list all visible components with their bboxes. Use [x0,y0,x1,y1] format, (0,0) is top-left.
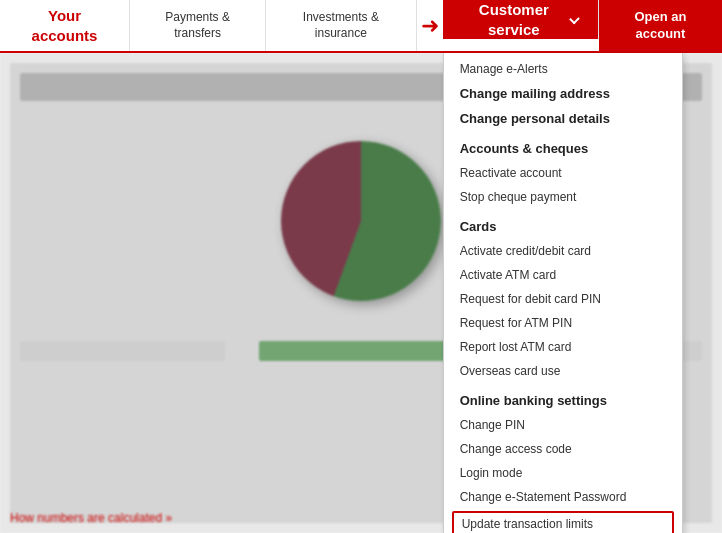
dropdown-item-login-mode[interactable]: Login mode [444,461,682,485]
dropdown-item-request-debit-pin[interactable]: Request for debit card PIN [444,287,682,311]
customer-service-arrow: ➜ [417,0,443,51]
dropdown-item-overseas-card[interactable]: Overseas card use [444,359,682,383]
dropdown-header-online-banking: Online banking settings [444,383,682,413]
stat-block-1 [20,341,225,361]
dropdown-item-activate-atm[interactable]: Activate ATM card [444,263,682,287]
dropdown-item-stop-cheque[interactable]: Stop cheque payment [444,185,682,209]
dropdown-header-cards: Cards [444,209,682,239]
dropdown-item-change-estatement[interactable]: Change e-Statement Password [444,485,682,509]
nav-payments-transfers[interactable]: Payments & transfers [130,0,266,51]
dropdown-item-report-lost-atm[interactable]: Report lost ATM card [444,335,682,359]
nav-customer-service[interactable]: Customer service [443,0,599,39]
customer-service-wrapper: Customer service Manage e-Alerts Change … [443,0,599,51]
dropdown-item-activate-credit[interactable]: Activate credit/debit card [444,239,682,263]
nav-open-account[interactable]: Open an account [599,0,722,51]
dropdown-item-manage-ealerts[interactable]: Manage e-Alerts [444,57,682,81]
chevron-down-icon [569,13,580,24]
dropdown-item-reactivate[interactable]: Reactivate account [444,161,682,185]
customer-service-dropdown: Manage e-Alerts Change mailing address C… [443,53,683,533]
dropdown-item-change-pin[interactable]: Change PIN [444,413,682,437]
dropdown-item-change-access-code[interactable]: Change access code [444,437,682,461]
dropdown-header-accounts-cheques: Accounts & cheques [444,131,682,161]
dropdown-item-change-mailing[interactable]: Change mailing address [444,81,682,106]
top-navigation: Your accounts Payments & transfers Inves… [0,0,722,53]
pie-chart [281,141,441,301]
customer-service-label: Customer service [463,0,565,39]
nav-your-accounts[interactable]: Your accounts [0,0,130,51]
nav-investments-insurance[interactable]: Investments & insurance [266,0,417,51]
dropdown-item-request-atm-pin[interactable]: Request for ATM PIN [444,311,682,335]
how-numbers-link[interactable]: How numbers are calculated » [10,511,172,525]
stat-block-2 [259,341,464,361]
dropdown-item-change-personal[interactable]: Change personal details [444,106,682,131]
dropdown-item-update-transaction[interactable]: Update transaction limits [452,511,674,533]
